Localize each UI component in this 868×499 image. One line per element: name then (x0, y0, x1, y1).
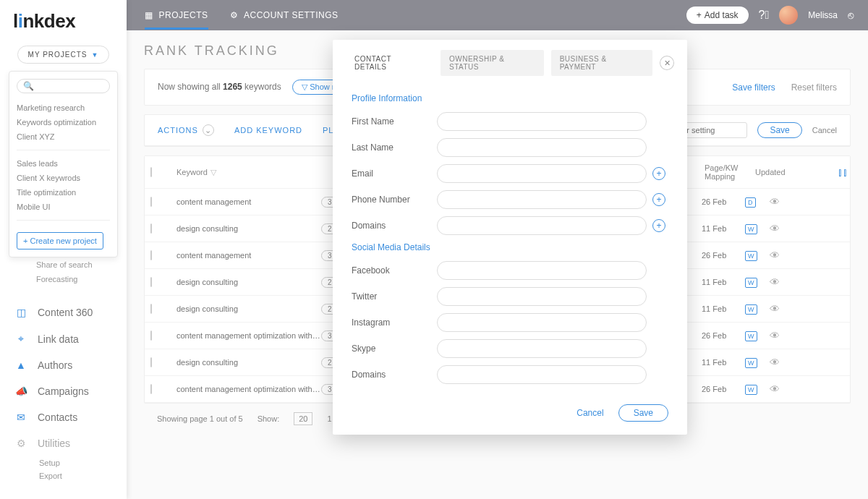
cell-date: 11 Feb (702, 224, 745, 233)
cell-date: 26 Feb (702, 331, 745, 340)
project-link[interactable]: Mobile UI (17, 200, 110, 214)
save-button[interactable]: Save (757, 122, 801, 138)
form-input[interactable] (437, 339, 647, 358)
util-sub-link[interactable]: Export (39, 469, 127, 482)
form-input[interactable] (437, 138, 647, 157)
nav-projects[interactable]: ▦ PROJECTS (145, 10, 208, 30)
sidebar-item[interactable]: ✉Contacts (0, 404, 127, 430)
project-link[interactable]: Client X keywrods (17, 171, 110, 185)
freq-badge: W (745, 385, 757, 395)
form-label: Domains (352, 370, 431, 380)
sidebar-item-utilities[interactable]: ⚙ Utilities (0, 430, 127, 456)
logout-icon[interactable]: ⎋ (848, 9, 854, 21)
my-projects-label: MY PROJECTS (28, 51, 88, 59)
tab-contact-details[interactable]: CONTACT DETAILS (346, 50, 433, 76)
form-input[interactable] (437, 287, 647, 306)
row-checkbox[interactable] (150, 277, 152, 287)
nav-icon: ▲ (14, 359, 27, 371)
add-icon[interactable]: + (652, 193, 665, 206)
add-keyword-button[interactable]: ADD KEYWORD (234, 126, 302, 135)
eye-icon[interactable]: 👁 (770, 223, 791, 234)
row-checkbox[interactable] (150, 304, 152, 314)
form-input[interactable] (437, 261, 647, 280)
form-input[interactable] (437, 190, 647, 209)
project-link[interactable]: Sales leads (17, 156, 110, 171)
create-project-button[interactable]: + Create new project (17, 232, 103, 250)
close-icon[interactable]: ✕ (660, 56, 674, 70)
eye-icon[interactable]: 👁 (770, 196, 791, 208)
form-input[interactable] (437, 164, 647, 183)
form-label: Skype (352, 344, 431, 354)
row-checkbox[interactable] (150, 197, 152, 207)
project-link[interactable]: Title optimization (17, 185, 110, 200)
my-projects-dropdown[interactable]: MY PROJECTS ▼ (17, 46, 110, 64)
freq-badge: D (745, 197, 756, 208)
row-checkbox[interactable] (150, 250, 152, 260)
sidebar-item[interactable]: 📣Campaigns (0, 378, 127, 404)
grid-icon: ▦ (145, 10, 153, 20)
help-icon[interactable]: ?⃝ (759, 9, 770, 22)
cancel-link[interactable]: Cancel (812, 126, 837, 135)
nav-icon: ✉ (14, 411, 27, 423)
eye-icon[interactable]: 👁 (770, 250, 791, 261)
add-icon[interactable]: + (652, 219, 665, 232)
form-input[interactable] (437, 313, 647, 332)
util-sub-link[interactable]: Setup (39, 456, 127, 469)
reset-filters-link[interactable]: Reset filters (791, 82, 837, 93)
contact-modal: CONTACT DETAILS OWNERSHIP & STATUS BUSIN… (333, 40, 687, 435)
eye-icon[interactable]: 👁 (770, 276, 791, 288)
project-link[interactable]: Marketing research (17, 101, 110, 115)
pager-show-label: Show: (258, 414, 280, 423)
avatar[interactable] (779, 6, 798, 25)
project-search-input[interactable]: 🔍 (17, 79, 110, 93)
form-row: Domains (352, 365, 668, 384)
tab-ownership-status[interactable]: OWNERSHIP & STATUS (441, 50, 544, 76)
project-link[interactable]: Keywords optimization (17, 115, 110, 129)
form-input[interactable] (437, 365, 647, 384)
col-keyword[interactable]: Keyword ▽ (176, 168, 321, 177)
eye-icon[interactable]: 👁 (770, 357, 791, 368)
freq-badge: W (745, 251, 757, 261)
cell-keyword: design consulting (176, 358, 321, 367)
form-input[interactable] (437, 112, 647, 131)
cell-keyword: design consulting (176, 304, 321, 313)
form-label: Email (352, 169, 431, 179)
column-settings-icon[interactable]: ⫿⫿ (838, 166, 864, 178)
col-updated[interactable]: Updated (755, 168, 806, 176)
col-mapping[interactable]: Page/KW Mapping (705, 163, 755, 181)
save-filters-link[interactable]: Save filters (732, 82, 775, 93)
row-checkbox[interactable] (150, 330, 152, 341)
nav-account-settings[interactable]: ⚙ ACCOUNT SETTINGS (230, 10, 339, 20)
sidebar-item-label: Authors (38, 359, 72, 371)
form-label: Domains (352, 221, 431, 231)
sidebar-item[interactable]: ▲Authors (0, 352, 127, 378)
form-label: First Name (352, 116, 431, 127)
sidebar: linkdex MY PROJECTS ▼ 🔍 Marketing resear… (0, 0, 127, 499)
form-row: Facebook (352, 261, 668, 280)
form-input[interactable] (437, 216, 647, 235)
nav-icon: ⌖ (14, 333, 27, 345)
sidebar-item[interactable]: ◫Content 360 (0, 299, 127, 325)
row-checkbox[interactable] (150, 384, 152, 394)
add-task-button[interactable]: + Add task (686, 7, 749, 24)
showing-text: Now showing all 1265 keywords ▽ Show me (158, 80, 352, 95)
row-checkbox[interactable] (150, 357, 152, 367)
eye-icon[interactable]: 👁 (770, 383, 791, 395)
actions-button[interactable]: ACTIONS⌄ (158, 124, 214, 136)
eye-icon[interactable]: 👁 (770, 303, 791, 315)
row-checkbox[interactable] (150, 223, 152, 234)
project-link[interactable]: Client XYZ (17, 129, 110, 144)
chevron-down-icon: ▼ (92, 51, 99, 59)
project-link[interactable]: Share of search (36, 257, 127, 272)
page-size-input[interactable]: 20 (294, 412, 312, 425)
modal-save-button[interactable]: Save (618, 404, 668, 422)
cell-keyword: content management (176, 197, 321, 206)
eye-icon[interactable]: 👁 (770, 330, 791, 341)
project-link[interactable]: Forecasting (36, 272, 127, 286)
projects-dropdown-panel: 🔍 Marketing researchKeywords optimizatio… (9, 71, 118, 257)
tab-business-payment[interactable]: BUSINESS & PAYMENT (551, 50, 653, 76)
select-all-checkbox[interactable] (150, 167, 152, 177)
add-icon[interactable]: + (652, 167, 665, 180)
sidebar-item[interactable]: ⌖Link data (0, 325, 127, 352)
modal-cancel-link[interactable]: Cancel (576, 408, 603, 418)
